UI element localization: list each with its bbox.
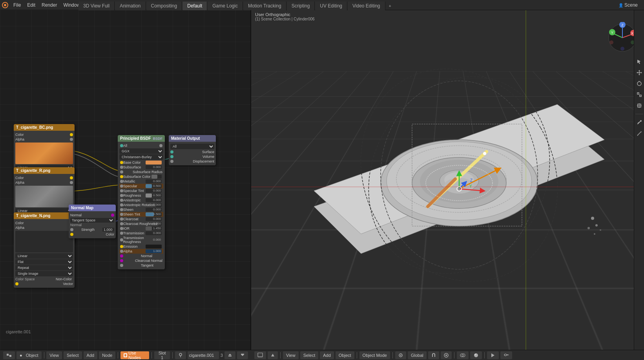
tool-measure[interactable] (635, 129, 644, 138)
viewport-pivot-btn[interactable] (395, 351, 406, 359)
viewport-overlay-btn[interactable] (457, 351, 469, 359)
viewport-3d[interactable]: User Orthographic (1) Scene Collection |… (251, 10, 644, 350)
node-principled-bsdf[interactable]: Principled BSDF BSDF All GGX Christansen… (118, 135, 165, 269)
menu-edit[interactable]: Edit (24, 0, 38, 10)
expand-right-btn[interactable] (237, 351, 248, 359)
node-editor[interactable]: T_cigarette_BC.png Color Alpha Linear (0, 10, 251, 350)
svg-line-64 (637, 132, 641, 135)
use-nodes-toggle[interactable]: Use Nodes (120, 351, 149, 359)
viewport-object-btn[interactable]: Object (336, 351, 354, 359)
tool-move[interactable] (635, 68, 644, 77)
viewport-shading-btn[interactable] (470, 351, 482, 359)
tab-animation[interactable]: Animation (115, 2, 146, 10)
mode-select-btn[interactable]: Object Mode (359, 351, 390, 359)
tab-scripting[interactable]: Scripting (287, 2, 315, 10)
node-output-title: Material Output (171, 136, 200, 141)
principled-distribution[interactable]: GGX (119, 148, 163, 154)
tab-compositing[interactable]: Compositing (146, 2, 182, 10)
snap-magnet-btn[interactable] (428, 351, 439, 359)
svg-point-47 (609, 40, 613, 44)
svg-point-16 (483, 152, 486, 155)
tex1-alpha-socket (70, 138, 73, 141)
node-principled-title: Principled BSDF (120, 136, 151, 141)
proportional-btn[interactable] (441, 351, 452, 359)
app-logo-icon (0, 0, 10, 10)
output-target[interactable]: All (170, 144, 214, 149)
slot-selector[interactable]: Slot 1 (154, 351, 170, 359)
viewport-add-btn[interactable]: Add (320, 351, 334, 359)
tab-motiontracking[interactable]: Motion Tracking (243, 2, 286, 10)
node-normal-map[interactable]: Normal Map Normal Tangent Space Normal (69, 205, 116, 238)
node-add-btn[interactable]: Add (84, 351, 98, 359)
svg-rect-81 (432, 356, 433, 357)
pin-icon-btn[interactable] (175, 351, 186, 359)
node-tex3[interactable]: T_cigarette_N.png Color Alpha Linear (14, 212, 75, 288)
separator-1 (44, 352, 44, 358)
viewport-select-btn[interactable]: Select (300, 351, 319, 359)
expand-left-btn[interactable] (224, 351, 235, 359)
svg-point-34 (594, 233, 595, 235)
separator-2 (118, 352, 118, 358)
render-engine-btn[interactable] (487, 351, 499, 359)
svg-rect-58 (640, 95, 641, 97)
tool-scale[interactable] (635, 90, 644, 99)
svg-point-88 (474, 354, 476, 355)
viewport-icon-btn[interactable] (254, 351, 266, 359)
tab-uvediting[interactable]: UV Editing (315, 2, 347, 10)
normalmap-space[interactable]: Tangent Space (70, 218, 114, 223)
menu-file[interactable]: File (10, 0, 24, 10)
node-principled-header: Principled BSDF BSDF (118, 135, 165, 142)
svg-rect-68 (9, 355, 11, 357)
svg-marker-52 (639, 70, 640, 71)
scene-selector[interactable]: 👤 Scene (615, 0, 641, 10)
node-editor-mode-btn[interactable]: ● Object (16, 351, 42, 359)
tex2-color-socket (70, 176, 73, 179)
v-sep-1 (280, 352, 281, 358)
tab-videoediting[interactable]: Video Editing (348, 2, 385, 10)
tab-3dviewfull[interactable]: 3D View Full (78, 2, 115, 10)
viewport-header: User Orthographic (1) Scene Collection |… (255, 12, 315, 21)
transform-mode-btn[interactable]: Global (408, 351, 427, 359)
timeline-btn[interactable] (500, 351, 512, 359)
svg-rect-73 (228, 356, 232, 356)
tex3-repeat[interactable]: Repeat (15, 265, 73, 270)
svg-marker-78 (271, 354, 274, 356)
menu-render[interactable]: Render (38, 0, 60, 10)
svg-rect-76 (258, 353, 263, 357)
top-menubar: File Edit Render Window Help 3D View Ful… (0, 0, 644, 10)
svg-marker-53 (639, 74, 640, 75)
material-name-input[interactable] (188, 351, 219, 359)
tool-cursor[interactable] (635, 57, 644, 66)
tex3-projection[interactable]: Single Image (15, 271, 73, 276)
tab-add-button[interactable]: + (386, 2, 394, 10)
viewport-editor-type[interactable] (268, 351, 278, 359)
svg-point-87 (474, 353, 478, 357)
svg-point-56 (637, 82, 641, 86)
svg-line-59 (639, 94, 640, 95)
node-editor-icon-btn[interactable] (3, 351, 15, 359)
viewport-gizmo[interactable]: X Y Z (607, 22, 638, 53)
svg-point-70 (179, 353, 182, 356)
svg-marker-55 (641, 72, 642, 73)
node-tex2-title: T_cigarette_R.png (16, 168, 50, 173)
node-material-output[interactable]: Material Output All Surface Volume (169, 135, 216, 165)
node-normalmap-header: Normal Map (69, 205, 116, 211)
tex2-preview (15, 186, 73, 207)
svg-point-35 (600, 229, 601, 231)
tex3-interpolation[interactable]: Linear (15, 253, 73, 259)
principled-sss-mode[interactable]: Christansen-Burley (119, 154, 163, 160)
tab-default[interactable]: Default (182, 2, 207, 10)
tab-gamelogic[interactable]: Game Logic (208, 2, 243, 10)
svg-text:Y: Y (469, 184, 472, 188)
node-view-btn[interactable]: View (46, 351, 62, 359)
tool-rotate[interactable] (635, 79, 644, 88)
top-right-area: 👤 Scene (615, 0, 644, 10)
svg-line-69 (9, 355, 9, 356)
tool-transform[interactable] (635, 101, 644, 110)
material-count: 3 (221, 353, 223, 358)
node-node-btn[interactable]: Node (99, 351, 115, 359)
tex3-extension[interactable]: Flat (15, 259, 73, 265)
tool-annotate[interactable] (635, 118, 644, 127)
viewport-view-btn[interactable]: View (283, 351, 299, 359)
node-select-btn[interactable]: Select (64, 351, 82, 359)
